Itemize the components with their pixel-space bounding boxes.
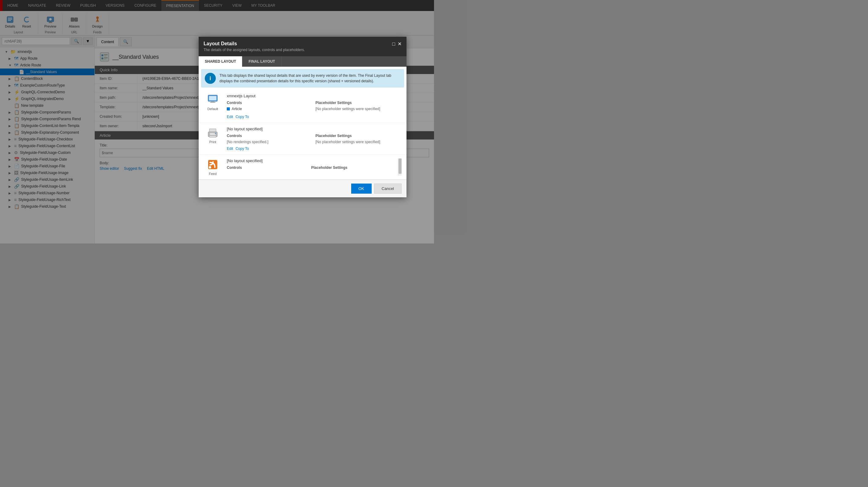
layout-row-default: Default xmnextjs Layout Controls Article… <box>199 90 406 123</box>
placeholder-settings-header-feed: Placeholder Settings <box>311 166 393 170</box>
modal-header: Layout Details The details of the assign… <box>199 37 406 56</box>
controls-value-print: [No renderings specified.] <box>227 140 313 144</box>
copy-to-link-print[interactable]: Copy To <box>236 146 249 151</box>
layout-name-print: [No layout specified] <box>227 127 402 131</box>
placeholder-settings-value-print: [No placeholder settings were specified] <box>315 140 402 144</box>
copy-to-link-default[interactable]: Copy To <box>236 115 249 119</box>
tab-shared-layout[interactable]: SHARED LAYOUT <box>199 56 242 67</box>
placeholder-settings-header: Placeholder Settings <box>315 101 402 105</box>
svg-rect-29 <box>210 133 215 134</box>
modal-subtitle: The details of the assigned layouts, con… <box>204 48 305 52</box>
control-item: Article <box>227 107 313 111</box>
layout-icon-col-print: Print <box>204 127 222 144</box>
info-banner: i This tab displays the shared layout de… <box>201 69 404 87</box>
ok-button[interactable]: OK <box>351 183 372 194</box>
layout-row-feed: Feed [No layout specified] Controls Plac… <box>199 155 406 179</box>
control-name: Article <box>232 107 242 111</box>
scrollbar-track[interactable] <box>398 159 402 176</box>
layout-cols-print: Controls [No renderings specified.] Plac… <box>227 134 402 144</box>
control-dot <box>227 107 230 110</box>
svg-rect-25 <box>211 101 215 102</box>
modal-header-actions: □ ✕ <box>392 41 402 47</box>
layout-print-content: [No layout specified] Controls [No rende… <box>227 127 402 151</box>
modal-body: i This tab displays the shared layout de… <box>199 67 406 179</box>
feed-icon <box>207 159 219 171</box>
modal-maximize-button[interactable]: □ <box>392 41 395 47</box>
printer-icon <box>207 127 219 139</box>
controls-header-print: Controls <box>227 134 313 138</box>
info-icon: i <box>205 73 216 84</box>
placeholder-settings-header-print: Placeholder Settings <box>315 134 402 138</box>
svg-rect-31 <box>209 136 216 137</box>
svg-rect-26 <box>210 102 215 103</box>
scrollbar-thumb <box>399 159 402 174</box>
layout-default-actions: Edit Copy To <box>227 115 402 119</box>
placeholder-settings-value: [No placeholder settings were specified] <box>315 107 402 111</box>
layout-feed-content: [No layout specified] Controls Placehold… <box>227 159 393 172</box>
computer-icon <box>207 94 219 106</box>
modal-close-button[interactable]: ✕ <box>398 41 402 47</box>
controls-header: Controls <box>227 101 313 105</box>
layout-print-label: Print <box>209 140 216 144</box>
layout-print-actions: Edit Copy To <box>227 146 402 151</box>
svg-point-34 <box>209 166 211 169</box>
layout-default-label: Default <box>208 107 218 111</box>
layout-name: xmnextjs Layout <box>227 94 402 98</box>
tab-final-layout[interactable]: FINAL LAYOUT <box>242 56 281 67</box>
controls-header-feed: Controls <box>227 166 309 170</box>
layout-feed-label: Feed <box>209 172 216 176</box>
cancel-button[interactable]: Cancel <box>374 183 402 194</box>
layout-details-modal: Layout Details The details of the assign… <box>199 37 406 197</box>
layout-row-print: Print [No layout specified] Controls [No… <box>199 123 406 155</box>
svg-point-32 <box>215 133 216 134</box>
svg-rect-30 <box>210 134 215 135</box>
layout-icon-col-feed: Feed <box>204 159 222 176</box>
layout-icon-col-default: Default <box>204 94 222 111</box>
edit-link-print[interactable]: Edit <box>227 146 233 151</box>
layout-default-content: xmnextjs Layout Controls Article Placeho… <box>227 94 402 119</box>
layout-cols: Controls Article Placeholder Settings [N… <box>227 101 402 112</box>
layout-name-feed: [No layout specified] <box>227 159 393 163</box>
layout-cols-feed: Controls Placeholder Settings <box>227 166 393 172</box>
modal-title: Layout Details <box>204 41 305 47</box>
info-text: This tab displays the shared layout deta… <box>219 73 400 84</box>
edit-link-default[interactable]: Edit <box>227 115 233 119</box>
modal-footer: OK Cancel <box>199 179 406 197</box>
modal-tabs: SHARED LAYOUT FINAL LAYOUT <box>199 56 406 67</box>
svg-rect-24 <box>209 96 216 101</box>
